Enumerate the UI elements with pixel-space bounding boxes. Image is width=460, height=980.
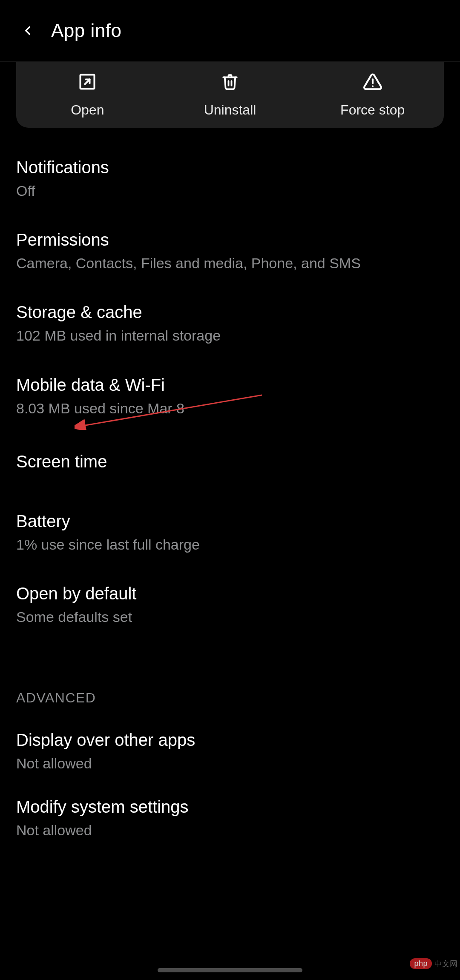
open-button[interactable]: Open: [16, 62, 159, 128]
back-button[interactable]: [15, 18, 40, 43]
notifications-sub: Off: [16, 181, 444, 200]
notifications-title: Notifications: [16, 157, 444, 178]
trash-icon: [221, 72, 239, 92]
watermark: php 中文网: [410, 958, 457, 969]
storage-item[interactable]: Storage & cache 102 MB used in internal …: [16, 272, 444, 345]
mobile-data-item[interactable]: Mobile data & Wi-Fi 8.03 MB used since M…: [16, 345, 444, 418]
gesture-nav-bar[interactable]: [0, 968, 460, 976]
page-title: App info: [51, 20, 121, 41]
notifications-item[interactable]: Notifications Off: [16, 128, 444, 200]
screen-time-item[interactable]: Screen time: [16, 418, 444, 472]
battery-item[interactable]: Battery 1% use since last full charge: [16, 472, 444, 554]
open-by-default-title: Open by default: [16, 583, 444, 604]
battery-sub: 1% use since last full charge: [16, 535, 444, 554]
battery-title: Battery: [16, 510, 444, 532]
screen-time-title: Screen time: [16, 451, 444, 472]
display-over-apps-title: Display over other apps: [16, 729, 444, 751]
force-stop-button[interactable]: Force stop: [301, 62, 444, 128]
open-label: Open: [71, 102, 104, 118]
advanced-header: ADVANCED: [16, 626, 444, 706]
open-by-default-sub: Some defaults set: [16, 607, 444, 626]
open-by-default-item[interactable]: Open by default Some defaults set: [16, 554, 444, 626]
mobile-data-sub: 8.03 MB used since Mar 8: [16, 399, 444, 418]
watermark-pill: php: [410, 958, 432, 969]
warning-icon: [362, 72, 383, 92]
display-over-apps-item[interactable]: Display over other apps Not allowed: [16, 706, 444, 773]
mobile-data-title: Mobile data & Wi-Fi: [16, 374, 444, 395]
nav-pill-icon: [158, 968, 302, 972]
modify-system-settings-sub: Not allowed: [16, 821, 444, 840]
watermark-text: 中文网: [434, 959, 457, 969]
back-arrow-icon: [20, 23, 35, 38]
force-stop-label: Force stop: [340, 102, 405, 118]
permissions-item[interactable]: Permissions Camera, Contacts, Files and …: [16, 200, 444, 272]
permissions-sub: Camera, Contacts, Files and media, Phone…: [16, 254, 444, 272]
storage-title: Storage & cache: [16, 301, 444, 323]
display-over-apps-sub: Not allowed: [16, 754, 444, 773]
storage-sub: 102 MB used in internal storage: [16, 326, 444, 345]
uninstall-label: Uninstall: [204, 102, 256, 118]
open-icon: [78, 72, 97, 91]
modify-system-settings-title: Modify system settings: [16, 796, 444, 817]
modify-system-settings-item[interactable]: Modify system settings Not allowed: [16, 773, 444, 840]
action-card: Open Uninstall Force stop: [16, 62, 444, 128]
permissions-title: Permissions: [16, 229, 444, 250]
uninstall-button[interactable]: Uninstall: [159, 62, 302, 128]
app-bar: App info: [0, 0, 460, 62]
settings-list: Notifications Off Permissions Camera, Co…: [0, 128, 460, 840]
